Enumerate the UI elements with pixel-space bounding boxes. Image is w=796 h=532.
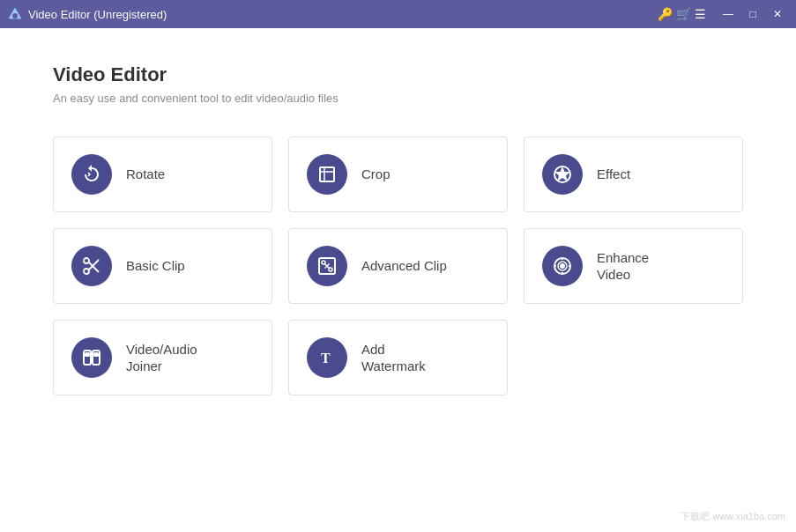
- tool-card-rotate[interactable]: Rotate: [53, 137, 272, 212]
- enhance-video-icon-circle: [542, 246, 583, 286]
- page-subtitle: An easy use and convenient tool to edit …: [53, 92, 743, 105]
- tool-card-video-audio-joiner[interactable]: Video/Audio Joiner: [53, 320, 272, 395]
- rotate-icon: [81, 164, 102, 185]
- effect-icon-circle: [542, 154, 583, 195]
- window-controls: — □ ✕: [717, 5, 789, 23]
- svg-line-8: [89, 262, 100, 273]
- crop-label: Crop: [361, 166, 391, 183]
- title-bar: Video Editor (Unregistered) 🔑 🛒 ☰ — □ ✕: [0, 0, 796, 28]
- advanced-clip-icon: [316, 255, 338, 277]
- joiner-icon: [81, 347, 102, 368]
- minimize-button[interactable]: —: [717, 5, 740, 23]
- cart-icon[interactable]: 🛒: [676, 7, 691, 21]
- svg-point-11: [322, 261, 325, 264]
- svg-rect-2: [320, 167, 334, 181]
- svg-text:T: T: [321, 351, 331, 366]
- enhance-icon: [552, 255, 573, 277]
- video-audio-joiner-label: Video/Audio Joiner: [126, 341, 197, 375]
- app-icon: [7, 6, 23, 22]
- key-icon[interactable]: 🔑: [658, 7, 673, 21]
- tool-card-add-watermark[interactable]: T Add Watermark: [288, 320, 508, 395]
- watermark-icon-circle: T: [307, 337, 347, 378]
- tool-card-crop[interactable]: Crop: [288, 137, 508, 212]
- tool-card-effect[interactable]: Effect: [524, 137, 743, 212]
- svg-point-1: [12, 13, 18, 18]
- watermark-icon: T: [316, 347, 338, 368]
- menu-icon[interactable]: ☰: [695, 7, 706, 21]
- effect-label: Effect: [597, 166, 630, 183]
- svg-point-12: [329, 268, 332, 271]
- tool-card-advanced-clip[interactable]: Advanced Clip: [288, 228, 508, 304]
- crop-icon: [316, 164, 338, 185]
- page-title: Video Editor: [53, 63, 743, 86]
- window-title: Video Editor (Unregistered): [28, 8, 658, 21]
- svg-line-9: [89, 260, 100, 270]
- main-content: Video Editor An easy use and convenient …: [0, 28, 796, 532]
- tools-grid: Rotate Crop Effect: [53, 137, 743, 395]
- effect-icon: [552, 164, 573, 185]
- advanced-clip-label: Advanced Clip: [361, 257, 447, 275]
- scissors-icon: [81, 255, 102, 277]
- watermark-text: 下载吧 www.xia1ba.com: [681, 510, 785, 523]
- maximize-button[interactable]: □: [741, 5, 764, 23]
- add-watermark-label: Add Watermark: [361, 341, 426, 375]
- joiner-icon-circle: [71, 337, 112, 378]
- rotate-icon-circle: [71, 154, 112, 195]
- enhance-video-label: Enhance Video: [597, 249, 649, 284]
- basic-clip-label: Basic Clip: [126, 257, 185, 275]
- tool-card-enhance-video[interactable]: Enhance Video: [524, 228, 743, 304]
- svg-rect-26: [94, 353, 98, 356]
- svg-point-17: [561, 264, 564, 268]
- crop-icon-circle: [307, 154, 347, 195]
- close-button[interactable]: ✕: [766, 5, 789, 23]
- advanced-clip-icon-circle: [307, 246, 347, 286]
- svg-rect-25: [86, 353, 89, 356]
- rotate-label: Rotate: [126, 166, 165, 183]
- title-bar-extra-icons: 🔑 🛒 ☰: [658, 7, 706, 21]
- tool-card-basic-clip[interactable]: Basic Clip: [53, 228, 272, 304]
- basic-clip-icon-circle: [71, 246, 112, 286]
